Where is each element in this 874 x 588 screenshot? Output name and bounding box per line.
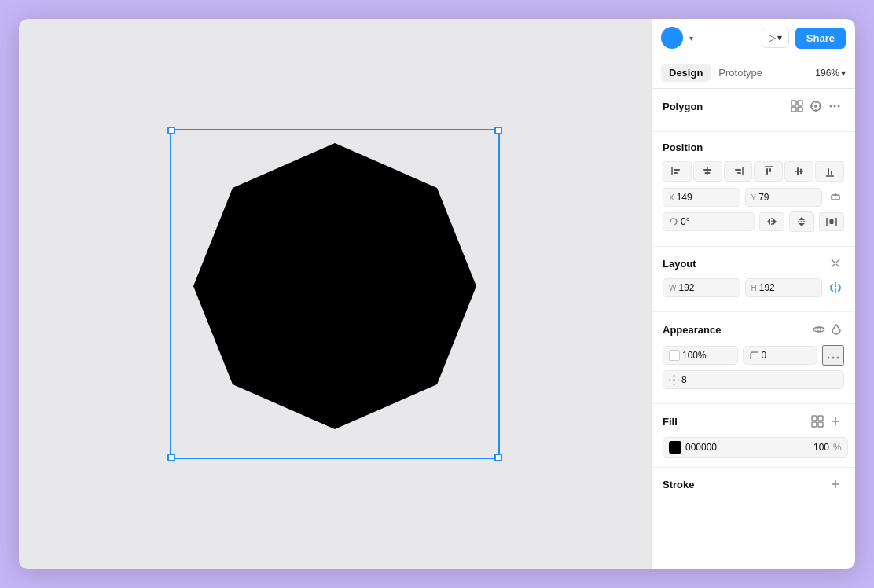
align-bottom-button[interactable] <box>815 161 844 182</box>
grid-icon <box>791 100 803 112</box>
shape-title: Polygon <box>663 101 788 112</box>
corner-input[interactable] <box>762 350 785 361</box>
svg-point-1 <box>667 33 677 42</box>
align-left-button[interactable] <box>663 161 692 182</box>
hex-input[interactable] <box>685 442 803 453</box>
fill-color-group[interactable]: % <box>663 437 848 458</box>
position-header: Position <box>663 141 844 153</box>
tab-prototype[interactable]: Prototype <box>711 64 770 82</box>
opacity-swatch <box>669 350 680 361</box>
layout-title: Layout <box>663 258 827 270</box>
x-input[interactable] <box>677 192 734 203</box>
more-options-button[interactable] <box>825 98 844 114</box>
grid-icon-button[interactable] <box>788 98 806 114</box>
appearance-eye-button[interactable] <box>810 323 828 336</box>
w-input-group: W <box>663 278 740 297</box>
layout-collapse-button[interactable] <box>827 256 844 270</box>
zoom-badge[interactable]: 196% ▾ <box>815 68 846 79</box>
flip-v-button[interactable] <box>789 211 814 232</box>
align-top-icon <box>764 166 773 177</box>
svg-point-12 <box>830 105 832 108</box>
svg-point-55 <box>674 375 675 377</box>
position-section: Position <box>652 132 855 247</box>
appearance-drop-button[interactable] <box>828 322 844 337</box>
play-button[interactable]: ▷ ▾ <box>762 28 789 48</box>
svg-rect-59 <box>812 416 817 421</box>
align-center-h-icon <box>702 167 713 176</box>
svg-marker-38 <box>767 219 770 225</box>
color-swatch[interactable] <box>669 441 681 454</box>
align-middle-button[interactable] <box>784 161 813 182</box>
panel-header: ▾ ▷ ▾ Share <box>652 19 855 57</box>
points-group <box>663 370 844 389</box>
stroke-add-icon <box>830 479 841 490</box>
rotate-input[interactable] <box>681 216 712 227</box>
avatar-button[interactable] <box>661 27 683 49</box>
appearance-more-button[interactable] <box>822 345 844 366</box>
stroke-section: Stroke <box>652 468 855 501</box>
distribute-button[interactable] <box>819 212 844 231</box>
shape-title-section: Polygon <box>652 89 855 132</box>
flip-h-button[interactable] <box>759 212 784 231</box>
w-input[interactable] <box>678 282 733 293</box>
svg-point-13 <box>834 105 836 108</box>
tab-design[interactable]: Design <box>661 64 711 82</box>
appearance-section: Appearance <box>652 312 855 404</box>
constraints-icon-button[interactable] <box>827 190 844 204</box>
points-input[interactable] <box>681 374 705 385</box>
align-right-button[interactable] <box>724 161 753 182</box>
corner-group <box>743 346 818 365</box>
svg-marker-36 <box>669 220 672 222</box>
align-top-button[interactable] <box>754 161 783 182</box>
svg-rect-22 <box>735 169 741 171</box>
distribute-icon <box>826 217 837 226</box>
align-center-h-button[interactable] <box>693 161 722 182</box>
align-left-icon <box>671 167 682 176</box>
right-panel: ▾ ▷ ▾ Share Design Prototype 196% ▾ <box>651 19 855 569</box>
play-chevron-icon: ▾ <box>777 32 782 43</box>
opacity-input[interactable] <box>682 350 714 361</box>
appearance-title: Appearance <box>663 324 810 336</box>
svg-point-50 <box>817 328 821 332</box>
svg-point-58 <box>678 379 679 380</box>
target-icon <box>810 100 822 112</box>
main-area: ▾ ▷ ▾ Share Design Prototype 196% ▾ <box>19 19 855 569</box>
fill-add-button[interactable] <box>827 414 844 428</box>
link-proportions-button[interactable] <box>827 279 844 296</box>
svg-point-51 <box>828 357 830 359</box>
w-label: W <box>669 284 676 292</box>
svg-rect-19 <box>703 169 711 171</box>
stroke-add-button[interactable] <box>827 477 844 491</box>
eye-icon <box>813 325 825 334</box>
link-proportions-icon <box>830 281 841 295</box>
svg-rect-25 <box>766 168 768 175</box>
svg-rect-33 <box>832 195 839 200</box>
fill-opacity-input[interactable] <box>807 442 829 453</box>
collapse-icon <box>830 258 841 269</box>
app-wrapper: ▾ ▷ ▾ Share Design Prototype 196% ▾ <box>0 0 874 588</box>
avatar-chevron-icon[interactable]: ▾ <box>689 34 693 42</box>
y-input-group: Y <box>745 188 823 207</box>
share-button[interactable]: Share <box>795 28 846 49</box>
canvas-area[interactable] <box>19 19 651 569</box>
svg-rect-16 <box>674 169 680 171</box>
rotate-input-group <box>663 212 755 231</box>
flip-h-icon <box>766 217 777 226</box>
svg-point-7 <box>814 105 817 108</box>
fill-eye-button[interactable] <box>853 441 855 454</box>
svg-rect-4 <box>791 107 796 112</box>
align-bottom-icon <box>825 166 835 177</box>
y-input[interactable] <box>758 192 816 203</box>
target-icon-button[interactable] <box>806 98 825 114</box>
svg-rect-26 <box>769 168 771 172</box>
svg-line-48 <box>836 259 839 263</box>
svg-rect-60 <box>818 416 823 421</box>
svg-line-49 <box>832 264 835 267</box>
constraints-icon <box>830 192 841 203</box>
svg-rect-20 <box>705 172 711 174</box>
svg-point-52 <box>832 357 835 359</box>
layout-section: Layout W <box>652 247 855 312</box>
fill-grid-button[interactable] <box>808 413 827 429</box>
h-input[interactable] <box>759 282 816 293</box>
opacity-group <box>663 346 738 365</box>
